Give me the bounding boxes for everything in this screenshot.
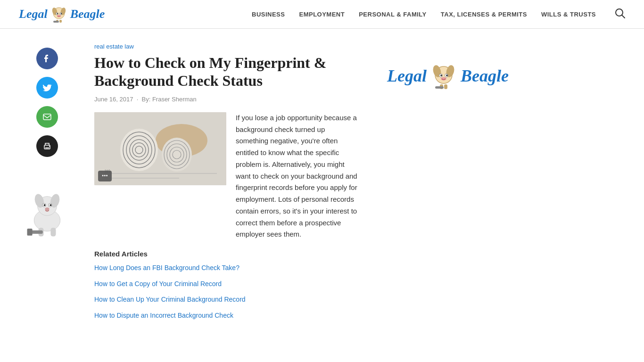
related-link-fbi-check[interactable]: How Long Does an FBI Background Check Ta… xyxy=(94,263,358,273)
svg-point-51 xyxy=(440,74,442,76)
article-author: Fraser Sherman xyxy=(152,96,197,103)
twitter-share-button[interactable] xyxy=(36,77,58,99)
nav-item-personal-family[interactable]: PERSONAL & FAMILY xyxy=(359,11,427,18)
nav-item-business[interactable]: BUSINESS xyxy=(252,11,285,18)
email-share-button[interactable] xyxy=(36,106,58,128)
sidebar-dog-logo-icon xyxy=(429,62,458,90)
page-container: real estate law How to Check on My Finge… xyxy=(0,43,644,327)
article-image-block: 315 ••• If you lose a job opportunity be… xyxy=(94,112,358,240)
related-link-dispute-check[interactable]: How to Dispute an Incorrect Background C… xyxy=(94,311,358,321)
svg-rect-9 xyxy=(59,20,62,23)
article-category[interactable]: real estate law xyxy=(94,43,358,50)
logo-text-left: Legal xyxy=(19,7,48,21)
article-body: If you lose a job opportunity because a … xyxy=(236,112,358,240)
nav-item-employment[interactable]: EMPLOYMENT xyxy=(299,11,345,18)
article-text-column: If you lose a job opportunity because a … xyxy=(236,112,358,240)
article-main: real estate law How to Check on My Finge… xyxy=(94,43,358,327)
svg-point-16 xyxy=(49,146,50,147)
svg-point-32 xyxy=(120,129,158,171)
content-wrapper: real estate law How to Check on My Finge… xyxy=(19,43,625,327)
svg-point-5 xyxy=(57,13,58,14)
sidebar-logo-text-right: Beagle xyxy=(461,66,509,86)
sidebar-dog-illustration xyxy=(19,183,75,242)
sidebar-logo: Legal Beagle xyxy=(387,62,509,90)
svg-rect-29 xyxy=(27,229,33,236)
svg-rect-10 xyxy=(53,21,59,23)
related-articles-section: Related Articles How Long Does an FBI Ba… xyxy=(94,250,358,320)
svg-rect-15 xyxy=(45,147,49,148)
svg-point-38 xyxy=(162,138,192,172)
search-icon xyxy=(615,8,625,18)
article-date: June 16, 2017 xyxy=(94,96,133,103)
fingerprint-svg: 315 xyxy=(94,112,226,185)
svg-rect-13 xyxy=(43,114,51,120)
svg-point-6 xyxy=(60,13,61,14)
image-more-button[interactable]: ••• xyxy=(98,171,112,181)
svg-rect-27 xyxy=(50,228,56,236)
svg-rect-56 xyxy=(435,86,444,89)
article-meta: June 16, 2017 · By: Fraser Sherman xyxy=(94,96,358,103)
svg-rect-55 xyxy=(444,84,447,89)
main-nav: BUSINESS EMPLOYMENT PERSONAL & FAMILY TA… xyxy=(252,8,625,21)
logo-text-right: Beagle xyxy=(70,7,105,21)
svg-point-24 xyxy=(50,204,52,206)
article-title: How to Check on My Fingerprint & Backgro… xyxy=(94,54,358,90)
related-articles-title: Related Articles xyxy=(94,250,358,258)
social-sidebar xyxy=(19,43,75,327)
site-header: Legal Beagle BUSINESS EMPLOYMENT PERSONA… xyxy=(0,0,644,29)
email-icon xyxy=(42,112,52,122)
sidebar-logo-text-left: Legal xyxy=(387,66,427,86)
svg-line-12 xyxy=(622,15,625,18)
dog-icon xyxy=(19,183,75,240)
svg-point-25 xyxy=(45,207,49,210)
related-link-clean-record[interactable]: How to Clean Up Your Criminal Background… xyxy=(94,295,358,304)
nav-item-wills[interactable]: WILLS & TRUSTS xyxy=(541,11,596,18)
print-icon xyxy=(42,141,52,151)
article-image: 315 ••• xyxy=(94,112,226,185)
svg-point-23 xyxy=(44,204,46,206)
related-link-criminal-record[interactable]: How to Get a Copy of Your Criminal Recor… xyxy=(94,280,358,289)
print-button[interactable] xyxy=(36,135,58,157)
nav-item-tax[interactable]: TAX, LICENSES & PERMITS xyxy=(441,11,527,18)
image-more-label: ••• xyxy=(102,173,108,180)
facebook-share-button[interactable] xyxy=(36,48,58,69)
right-sidebar: Legal Beagle xyxy=(377,43,519,327)
search-button[interactable] xyxy=(615,8,625,21)
svg-point-52 xyxy=(446,74,448,76)
fingerprint-bg: 315 xyxy=(94,112,226,185)
twitter-icon xyxy=(42,83,52,92)
logo-dog-icon xyxy=(50,5,68,24)
site-logo[interactable]: Legal Beagle xyxy=(19,5,105,24)
facebook-icon xyxy=(42,54,52,63)
article-by: By: xyxy=(141,96,150,103)
